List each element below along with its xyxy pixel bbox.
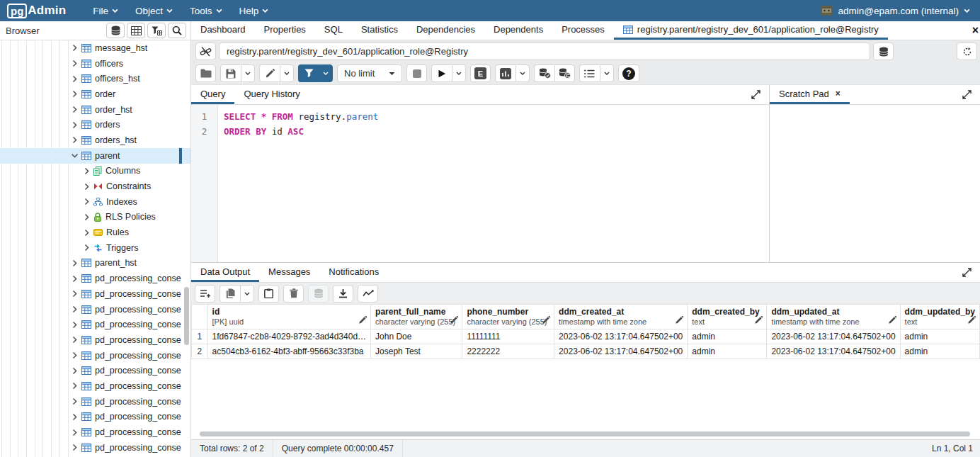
tab-messages[interactable]: Messages bbox=[259, 263, 319, 282]
column-header-parent-full-name[interactable]: parent_full_name character varying (255) bbox=[371, 305, 462, 329]
cell-ddm-created-at[interactable]: 2023-06-02 13:17:04.647502+00 bbox=[554, 344, 688, 359]
edit-cell-icon[interactable] bbox=[676, 316, 684, 325]
column-header-ddm-created-by[interactable]: ddm_created_by text bbox=[688, 305, 767, 329]
chevron-right-icon[interactable] bbox=[71, 444, 78, 451]
chevron-right-icon[interactable] bbox=[83, 198, 90, 205]
filter-caret-button[interactable] bbox=[319, 64, 333, 82]
menu-file[interactable]: File bbox=[84, 0, 127, 21]
tree-scrollbar[interactable] bbox=[184, 287, 189, 345]
tree-item-pd-processing-conse[interactable]: pd_processing_conse bbox=[0, 410, 190, 425]
row-number[interactable]: 1 bbox=[192, 329, 208, 344]
account-menu[interactable]: admin@epam.com (internal) bbox=[821, 6, 980, 16]
tab-statistics[interactable]: Statistics bbox=[352, 21, 407, 40]
tab-processes[interactable]: Processes bbox=[552, 21, 614, 40]
cell-ddm-updated-at[interactable]: 2023-06-02 13:17:04.647502+00 bbox=[767, 329, 900, 344]
tab-data-output[interactable]: Data Output bbox=[191, 263, 259, 282]
tree-item-message-hst[interactable]: message_hst bbox=[0, 40, 190, 56]
tree-item-triggers[interactable]: Triggers bbox=[0, 240, 190, 256]
horizontal-scrollbar[interactable] bbox=[200, 431, 970, 436]
tree-item-rls-policies[interactable]: RLS Policies bbox=[0, 210, 190, 225]
row-number[interactable]: 2 bbox=[192, 344, 208, 359]
stop-button[interactable] bbox=[406, 64, 427, 82]
graph-visualiser-button[interactable] bbox=[358, 285, 378, 303]
chevron-right-icon[interactable] bbox=[71, 305, 78, 313]
cell-id[interactable]: 1fd67847-c2b8-4029-8792-3ad4d340d… bbox=[207, 329, 371, 344]
rollback-button[interactable] bbox=[554, 64, 575, 82]
object-explorer-button[interactable] bbox=[106, 23, 125, 38]
edit-cell-icon[interactable] bbox=[755, 316, 763, 325]
tab-properties[interactable]: Properties bbox=[255, 21, 315, 40]
macros-button[interactable] bbox=[579, 64, 600, 82]
chevron-right-icon[interactable] bbox=[83, 167, 90, 175]
column-header-id[interactable]: id [PK] uuid bbox=[207, 305, 371, 329]
chevron-right-icon[interactable] bbox=[83, 229, 90, 237]
cell-parent-full-name[interactable]: Joseph Test bbox=[371, 344, 462, 359]
column-header-phone-number[interactable]: phone_number character varying (255) bbox=[462, 305, 554, 329]
tree-item-pd-processing-conse[interactable]: pd_processing_conse bbox=[0, 317, 190, 332]
expand-output-icon[interactable] bbox=[954, 263, 980, 282]
menu-object[interactable]: Object bbox=[127, 0, 181, 21]
chevron-right-icon[interactable] bbox=[71, 90, 78, 98]
tree-item-pd-processing-conse[interactable]: pd_processing_conse bbox=[0, 424, 190, 440]
tree-item-pd-processing-conse[interactable]: pd_processing_conse bbox=[0, 286, 190, 302]
chevron-right-icon[interactable] bbox=[71, 321, 78, 329]
tree-item-columns[interactable]: Columns bbox=[0, 164, 190, 179]
cell-phone-number[interactable]: 11111111 bbox=[462, 329, 554, 344]
menu-tools[interactable]: Tools bbox=[181, 0, 231, 21]
tree-item-constraints[interactable]: Constraints bbox=[0, 179, 190, 194]
cell-id[interactable]: ac504cb3-6162-4bf3-abff-95663c33f3ba bbox=[207, 344, 371, 359]
commit-button[interactable] bbox=[534, 64, 554, 82]
cell-ddm-created-by[interactable]: admin bbox=[688, 329, 767, 344]
copy-caret-button[interactable] bbox=[240, 285, 254, 303]
column-header-ddm-created-at[interactable]: ddm_created_at timestamp with time zone bbox=[554, 305, 688, 329]
edit-button[interactable] bbox=[259, 64, 280, 82]
chevron-right-icon[interactable] bbox=[71, 121, 78, 129]
open-file-button[interactable] bbox=[195, 64, 216, 82]
edit-cell-icon[interactable] bbox=[888, 316, 896, 325]
connection-string[interactable]: registry.parent/registry_dev_601/applica… bbox=[219, 43, 870, 60]
chevron-right-icon[interactable] bbox=[71, 351, 78, 359]
explain-analyze-button[interactable] bbox=[495, 64, 515, 82]
chevron-down-icon[interactable] bbox=[71, 152, 78, 159]
tree-item-rules[interactable]: Rules bbox=[0, 225, 190, 240]
chevron-right-icon[interactable] bbox=[71, 413, 78, 421]
tree-item-officers[interactable]: officers bbox=[0, 56, 190, 72]
chevron-right-icon[interactable] bbox=[71, 259, 78, 267]
chevron-right-icon[interactable] bbox=[71, 336, 78, 344]
expand-editor-icon[interactable] bbox=[743, 85, 769, 104]
chevron-right-icon[interactable] bbox=[71, 136, 78, 144]
execute-button[interactable] bbox=[431, 64, 452, 82]
chevron-right-icon[interactable] bbox=[83, 183, 90, 191]
tree-item-pd-processing-conse[interactable]: pd_processing_conse bbox=[0, 363, 190, 378]
column-header-ddm-updated-by[interactable]: ddm_updated_by text bbox=[900, 305, 979, 329]
copy-button[interactable] bbox=[220, 285, 240, 303]
tab-query[interactable]: Query bbox=[191, 85, 234, 104]
tree-item-pd-processing-conse[interactable]: pd_processing_conse bbox=[0, 440, 190, 456]
cell-ddm-updated-at[interactable]: 2023-06-02 13:17:04.647502+00 bbox=[767, 344, 900, 359]
new-connection-button[interactable] bbox=[873, 43, 894, 60]
save-data-changes-button[interactable] bbox=[308, 285, 329, 303]
macros-caret-button[interactable] bbox=[600, 64, 614, 82]
tree-item-parent-hst[interactable]: parent_hst bbox=[0, 256, 190, 271]
limit-select[interactable]: No limit bbox=[337, 64, 402, 82]
edit-cell-icon[interactable] bbox=[450, 316, 459, 325]
search-objects-button[interactable] bbox=[168, 23, 186, 38]
chevron-right-icon[interactable] bbox=[71, 44, 78, 52]
execute-caret-button[interactable] bbox=[452, 64, 466, 82]
edit-caret-button[interactable] bbox=[280, 64, 294, 82]
edit-cell-icon[interactable] bbox=[968, 316, 976, 325]
sql-code[interactable]: SELECT * FROM registry.parentORDER BY id… bbox=[218, 105, 378, 262]
connection-status-button[interactable] bbox=[195, 43, 216, 60]
chevron-right-icon[interactable] bbox=[71, 290, 78, 298]
tab-dependents[interactable]: Dependents bbox=[484, 21, 552, 40]
cell-ddm-created-at[interactable]: 2023-06-02 13:17:04.647502+00 bbox=[554, 329, 688, 344]
menu-help[interactable]: Help bbox=[231, 0, 278, 21]
save-results-button[interactable] bbox=[333, 285, 353, 303]
paste-button[interactable] bbox=[258, 285, 279, 303]
chevron-right-icon[interactable] bbox=[71, 106, 78, 113]
filter-button[interactable] bbox=[298, 64, 319, 82]
sql-editor[interactable]: 12 SELECT * FROM registry.parentORDER BY… bbox=[191, 105, 769, 262]
cell-ddm-created-by[interactable]: admin bbox=[688, 344, 767, 359]
chevron-right-icon[interactable] bbox=[83, 213, 90, 221]
tree-item-indexes[interactable]: Indexes bbox=[0, 194, 190, 210]
